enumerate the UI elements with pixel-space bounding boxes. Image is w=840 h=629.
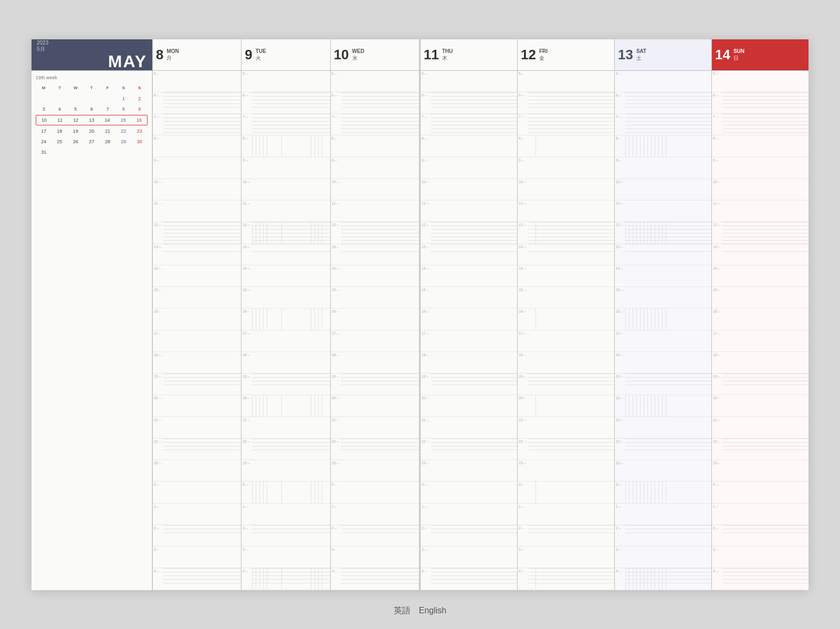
time-label: 4 –	[518, 568, 528, 573]
time-row: 19 –	[242, 374, 330, 395]
time-row: 2 –	[153, 525, 241, 547]
time-label: 16 –	[331, 308, 341, 313]
dot-area	[528, 308, 614, 329]
dot-area	[163, 157, 241, 178]
time-row: 4 –	[421, 568, 517, 590]
time-row: 22 –	[518, 439, 614, 460]
dot-area	[341, 525, 419, 546]
time-row: 19 –	[421, 374, 517, 395]
time-label: 13 –	[518, 244, 528, 249]
dot-area	[431, 114, 517, 135]
time-row: 11 –	[331, 200, 419, 222]
time-row: 19 –	[615, 374, 711, 395]
time-label: 11 –	[518, 200, 528, 205]
dot-area	[252, 157, 330, 178]
time-label: 22 –	[615, 439, 625, 443]
dot-area	[341, 71, 419, 92]
time-label: 20 –	[518, 395, 528, 400]
time-row: 20 –	[153, 395, 241, 417]
time-row: 11 –	[518, 200, 614, 222]
dot-area	[341, 92, 419, 113]
day-column-9[interactable]: 5 –6 –7 –8 –9 –10 –11 –12 –13 –14 –15 –1…	[241, 71, 330, 590]
dot-area	[528, 157, 614, 178]
day-header-9: 9 TUE 火	[241, 39, 330, 70]
time-label: 14 –	[712, 265, 722, 270]
dot-area	[252, 308, 330, 329]
dot-area	[163, 352, 241, 373]
month-header: 2023 5月 MAY	[32, 39, 152, 70]
dot-area	[625, 179, 711, 200]
time-row: 23 –	[331, 460, 419, 482]
dot-area	[431, 135, 517, 156]
dot-area	[722, 525, 808, 546]
time-row: 1 –	[153, 504, 241, 525]
left-page: 2023 5月 MAY 8 MON 月 9 TUE	[32, 39, 420, 590]
dot-area	[722, 200, 808, 221]
time-label: 14 –	[421, 265, 431, 270]
time-label: 5 –	[615, 71, 625, 76]
time-label: 9 –	[242, 157, 252, 162]
dot-area	[431, 482, 517, 503]
time-row: 5 –	[242, 71, 330, 92]
day-column-14[interactable]: 5 –6 –7 –8 –9 –10 –11 –12 –13 –14 –15 –1…	[711, 71, 808, 590]
time-row: 5 –	[712, 71, 808, 92]
time-row: 13 –	[421, 244, 517, 265]
time-row: 6 –	[421, 92, 517, 114]
time-label: 0 –	[153, 482, 163, 486]
time-label: 18 –	[615, 352, 625, 357]
time-row: 14 –	[518, 265, 614, 287]
day-column-13[interactable]: 5 –6 –7 –8 –9 –10 –11 –12 –13 –14 –15 –1…	[614, 71, 711, 590]
time-label: 3 –	[615, 547, 625, 551]
dot-area	[252, 417, 330, 438]
time-label: 6 –	[153, 92, 163, 97]
dot-area	[722, 287, 808, 308]
day-column-12[interactable]: 5 –6 –7 –8 –9 –10 –11 –12 –13 –14 –15 –1…	[517, 71, 614, 590]
time-label: 14 –	[331, 265, 341, 270]
time-label: 4 –	[615, 568, 625, 573]
caption-jp: 英語	[394, 606, 419, 615]
dot-area	[528, 395, 614, 416]
time-label: 23 –	[421, 460, 431, 465]
time-label: 7 –	[331, 114, 341, 119]
day-column-8[interactable]: 5 –6 –7 –8 –9 –10 –11 –12 –13 –14 –15 –1…	[152, 71, 241, 590]
dot-area	[252, 114, 330, 135]
time-row: 22 –	[421, 439, 517, 460]
dot-area	[625, 222, 711, 243]
dot-area	[163, 547, 241, 568]
time-label: 9 –	[712, 157, 722, 162]
day-column-11[interactable]: 5 –6 –7 –8 –9 –10 –11 –12 –13 –14 –15 –1…	[420, 71, 517, 590]
time-row: 13 –	[242, 244, 330, 265]
time-label: 21 –	[421, 417, 431, 422]
dot-area	[722, 352, 808, 373]
time-label: 19 –	[421, 374, 431, 378]
dot-area	[252, 568, 330, 589]
dot-area	[528, 374, 614, 395]
dot-area	[341, 265, 419, 286]
time-row: 21 –	[331, 417, 419, 439]
dot-area	[625, 417, 711, 438]
year-month-label: 2023 5月	[37, 40, 48, 53]
dot-area	[431, 504, 517, 525]
dot-area	[341, 308, 419, 329]
time-label: 2 –	[242, 525, 252, 530]
time-label: 21 –	[518, 417, 528, 422]
time-row: 6 –	[518, 92, 614, 114]
time-row: 17 –	[242, 331, 330, 352]
time-label: 17 –	[242, 331, 252, 335]
time-row: 15 –	[712, 287, 808, 308]
time-row: 2 –	[242, 525, 330, 547]
dot-area	[252, 71, 330, 92]
dot-area	[625, 374, 711, 395]
time-label: 21 –	[615, 417, 625, 422]
time-label: 20 –	[615, 395, 625, 400]
time-label: 23 –	[153, 460, 163, 465]
dot-area	[625, 157, 711, 178]
time-row: 15 –	[153, 287, 241, 308]
dot-area	[163, 395, 241, 416]
time-label: 13 –	[242, 244, 252, 249]
dot-area	[341, 331, 419, 351]
day-column-10[interactable]: 5 –6 –7 –8 –9 –10 –11 –12 –13 –14 –15 –1…	[330, 71, 419, 590]
dot-area	[625, 71, 711, 92]
dot-area	[431, 439, 517, 460]
dot-area	[528, 287, 614, 308]
